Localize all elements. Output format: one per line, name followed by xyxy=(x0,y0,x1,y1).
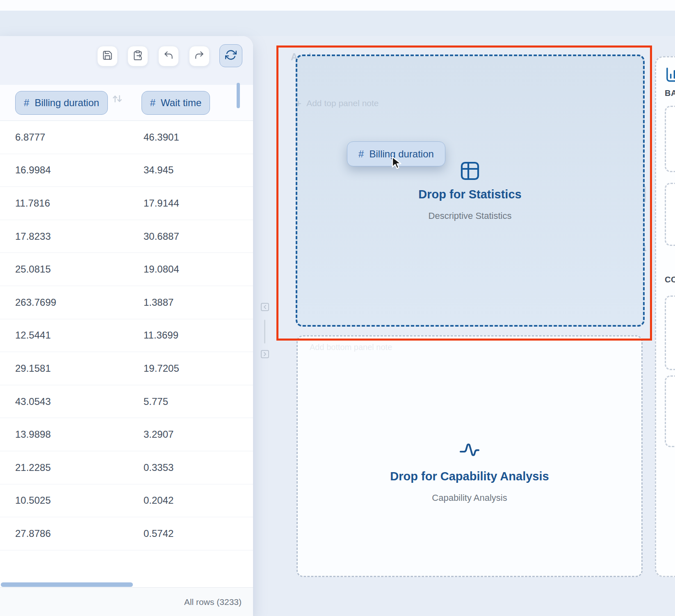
sort-icon[interactable] xyxy=(112,93,123,106)
table-cell: 11.3699 xyxy=(144,330,253,341)
table-row: 10.50250.2042 xyxy=(0,484,253,518)
table-row: 25.081519.0804 xyxy=(0,253,253,286)
mouse-cursor xyxy=(391,156,404,172)
table-cell: 6.8777 xyxy=(15,132,144,143)
table-cell: 46.3901 xyxy=(144,132,253,143)
table-cell: 263.7699 xyxy=(15,297,144,308)
table-cell: 16.9984 xyxy=(15,164,144,176)
app-window: # Billing duration # Wait time 6.877746.… xyxy=(0,0,675,616)
variable-drop-slot[interactable] xyxy=(665,106,675,172)
numeric-type-icon: # xyxy=(24,97,29,109)
table-row: 13.98983.2907 xyxy=(0,418,253,451)
export-clipboard-icon xyxy=(132,50,143,62)
table-cell: 3.2907 xyxy=(144,429,253,440)
column-chip-wait-time[interactable]: # Wait time xyxy=(141,91,210,115)
table-cell: 11.7816 xyxy=(15,198,144,209)
numeric-type-icon: # xyxy=(358,148,364,160)
add-top-panel-note-faint: + Add top panel note xyxy=(295,98,379,108)
column-chip-label: Wait time xyxy=(161,97,201,109)
table-cell: 17.8233 xyxy=(15,231,144,242)
table-cell: 5.775 xyxy=(144,396,253,407)
expand-right-panel-icon[interactable] xyxy=(260,349,270,359)
panel-resize-handle[interactable] xyxy=(264,320,265,343)
variable-drop-slot[interactable] xyxy=(665,375,675,447)
table-row: 21.22850.3353 xyxy=(0,451,253,484)
table-row: 12.544111.3699 xyxy=(0,319,253,352)
table-row: 11.781617.9144 xyxy=(0,187,253,220)
refresh-icon xyxy=(225,49,237,62)
variable-drop-slot[interactable] xyxy=(665,295,675,370)
table-cell: 1.3887 xyxy=(144,297,253,308)
export-button[interactable] xyxy=(128,46,148,66)
table-cell: 17.9144 xyxy=(144,198,253,209)
table-cell: 30.6887 xyxy=(144,231,253,242)
table-cell: 21.2285 xyxy=(15,462,144,473)
table-body: 6.877746.390116.998434.94511.781617.9144… xyxy=(0,121,253,550)
capability-drop-title: Drop for Capability Analysis xyxy=(390,470,549,483)
table-cell: 0.3353 xyxy=(144,462,253,473)
table-cell: 12.5441 xyxy=(15,330,144,341)
table-row: 6.877746.3901 xyxy=(0,121,253,154)
column-chip-label: Billing duration xyxy=(34,97,99,109)
top-strip xyxy=(0,0,675,11)
table-cell: 19.0804 xyxy=(144,264,253,275)
column-header-row: # Billing duration # Wait time xyxy=(0,85,253,121)
table-row: 263.76991.3887 xyxy=(0,286,253,319)
capability-drop-subtitle: Capability Analysis xyxy=(432,493,507,503)
redo-icon xyxy=(194,50,205,62)
table-cell: 25.0815 xyxy=(15,264,144,275)
numeric-type-icon: # xyxy=(150,97,155,109)
table-cell: 10.5025 xyxy=(15,495,144,506)
section-label-ba: BA xyxy=(665,89,675,98)
horizontal-scrollbar-thumb[interactable] xyxy=(1,582,133,587)
save-button[interactable] xyxy=(97,46,118,66)
pulse-icon xyxy=(458,438,481,462)
data-table-panel: # Billing duration # Wait time 6.877746.… xyxy=(0,36,253,616)
table-row: 16.998434.945 xyxy=(0,154,253,187)
table-cell: 43.0543 xyxy=(15,396,144,407)
undo-button[interactable] xyxy=(158,46,179,66)
undo-icon xyxy=(163,50,174,62)
refresh-button[interactable] xyxy=(219,44,242,67)
histogram-icon xyxy=(665,66,675,85)
table-row: 17.823330.6887 xyxy=(0,220,253,253)
redo-button[interactable] xyxy=(189,46,210,66)
table-cell: 0.5742 xyxy=(144,528,253,539)
add-bottom-panel-note-faint: Add bottom panel note xyxy=(310,343,392,352)
table-footer: All rows (3233) xyxy=(0,587,253,616)
statistics-drop-title: Drop for Statistics xyxy=(418,188,521,201)
vertical-scrollbar-thumb[interactable] xyxy=(237,83,240,108)
statistics-drop-subtitle: Descriptive Statistics xyxy=(429,211,512,221)
table-row: 27.87860.5742 xyxy=(0,517,253,550)
analysis-builder-panel: BA CO xyxy=(655,56,675,577)
row-count-label: All rows (3233) xyxy=(184,597,242,607)
header-band xyxy=(0,11,675,36)
table-cell: 19.7205 xyxy=(144,363,253,374)
save-icon xyxy=(102,50,113,62)
table-cell: 34.945 xyxy=(144,164,253,176)
table-cell: 13.9898 xyxy=(15,429,144,440)
variable-drop-slot[interactable] xyxy=(665,183,675,246)
table-cell: 27.8786 xyxy=(15,528,144,539)
table-row: 29.158119.7205 xyxy=(0,352,253,385)
table-cell: 0.2042 xyxy=(144,495,253,506)
table-grid-icon xyxy=(460,161,480,182)
section-label-co: CO xyxy=(665,275,675,284)
table-row: 43.05435.775 xyxy=(0,385,253,418)
collapse-left-panel-icon[interactable] xyxy=(260,302,270,312)
plus-icon: + xyxy=(295,99,301,108)
table-toolbar xyxy=(0,36,253,85)
column-chip-billing-duration[interactable]: # Billing duration xyxy=(15,91,108,115)
table-cell: 29.1581 xyxy=(15,363,144,374)
